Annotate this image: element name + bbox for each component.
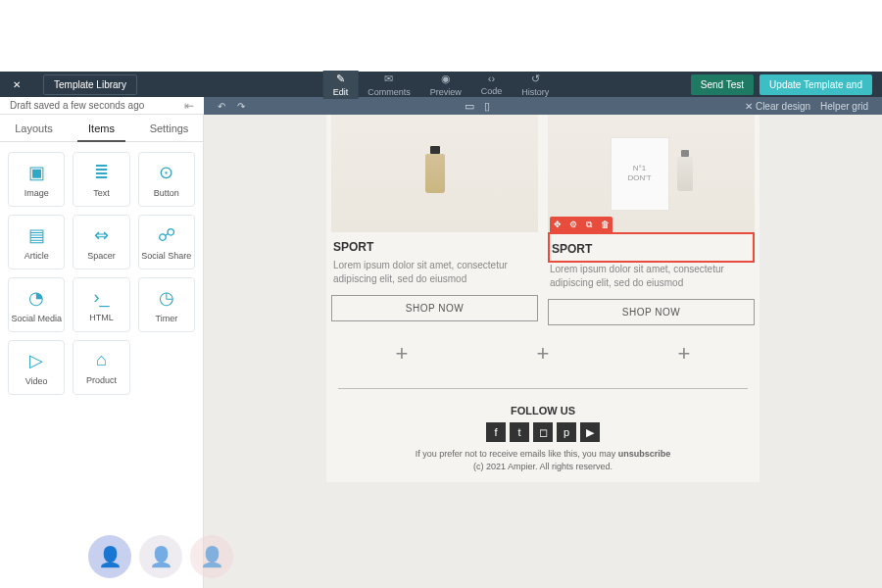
item-text[interactable]: ≣Text xyxy=(73,152,129,207)
product-image: N°1 DON'T xyxy=(548,115,755,232)
eye-icon: ◉ xyxy=(441,73,451,85)
item-spacer[interactable]: ⇔Spacer xyxy=(73,215,129,270)
tab-code[interactable]: ‹›Code xyxy=(471,71,513,99)
copyright-text: (c) 2021 Ampier. All rights reserved. xyxy=(336,461,750,473)
add-block-slot[interactable]: + xyxy=(613,341,755,367)
code-icon: ‹› xyxy=(488,73,495,84)
shop-now-button[interactable]: SHOP NOW xyxy=(331,295,538,321)
item-button[interactable]: ⊙Button xyxy=(138,152,195,207)
unsubscribe-link[interactable]: unsubscribe xyxy=(618,449,671,459)
button-icon: ⊙ xyxy=(159,162,173,183)
avatar[interactable]: 👤 xyxy=(139,535,182,578)
delete-icon[interactable]: 🗑 xyxy=(597,217,612,232)
selection-handles: ✥ ⚙ ⧉ 🗑 xyxy=(550,217,612,232)
facebook-icon[interactable]: f xyxy=(486,422,506,442)
product-description: Lorem ipsum dolor sit amet, consectetur … xyxy=(331,259,538,295)
timer-icon: ◷ xyxy=(159,287,174,309)
product-block-1[interactable]: SPORT Lorem ipsum dolor sit amet, consec… xyxy=(331,115,538,325)
duplicate-icon[interactable]: ⧉ xyxy=(581,217,597,232)
text-icon: ≣ xyxy=(94,162,109,183)
collapse-sidebar-icon[interactable]: ⇤ xyxy=(184,99,194,113)
shop-now-button[interactable]: SHOP NOW xyxy=(548,299,755,325)
pinterest-icon[interactable]: p xyxy=(557,422,576,442)
unsubscribe-text: If you prefer not to receive emails like… xyxy=(336,448,750,461)
instagram-icon[interactable]: ◻ xyxy=(533,422,553,442)
email-footer: FOLLOW US f t ◻ p ▶ If you prefer not to… xyxy=(326,395,760,482)
undo-icon[interactable]: ↶ xyxy=(218,101,225,112)
update-template-button[interactable]: Update Template and xyxy=(760,74,872,95)
mobile-preview-icon[interactable]: ▯ xyxy=(484,100,490,113)
secondary-toolbar: Draft saved a few seconds ago ⇤ ↶ ↷ ▭ ▯ … xyxy=(0,97,882,115)
item-image[interactable]: ▣Image xyxy=(8,152,65,207)
move-icon[interactable]: ✥ xyxy=(550,217,565,232)
settings-icon[interactable]: ⚙ xyxy=(565,217,581,232)
item-product[interactable]: ⌂Product xyxy=(73,340,129,395)
product-icon: ⌂ xyxy=(96,350,107,370)
helper-grid-link[interactable]: Helper grid xyxy=(820,101,868,112)
send-test-button[interactable]: Send Test xyxy=(691,74,754,95)
avatar[interactable]: 👤 xyxy=(190,535,233,578)
tab-comments[interactable]: ✉Comments xyxy=(358,71,420,99)
tab-edit[interactable]: ✎Edit xyxy=(323,71,359,99)
item-social-media[interactable]: ◔Social Media xyxy=(8,277,65,332)
collaborator-avatars: 👤 👤 👤 xyxy=(88,535,233,578)
template-library-button[interactable]: Template Library xyxy=(43,74,137,95)
top-toolbar: ✕ Template Library ✎Edit ✉Comments ◉Prev… xyxy=(0,72,882,97)
desktop-preview-icon[interactable]: ▭ xyxy=(465,100,474,113)
share-icon: ☍ xyxy=(158,224,175,246)
draft-saved-status: Draft saved a few seconds ago xyxy=(10,100,144,111)
item-timer[interactable]: ◷Timer xyxy=(138,277,195,332)
product-image xyxy=(331,115,538,232)
tab-items[interactable]: Items xyxy=(68,115,135,141)
pencil-icon: ✎ xyxy=(336,73,345,85)
item-social-share[interactable]: ☍Social Share xyxy=(138,215,195,270)
editor-canvas[interactable]: SPORT Lorem ipsum dolor sit amet, consec… xyxy=(204,115,882,588)
youtube-icon[interactable]: ▶ xyxy=(580,422,600,442)
close-icon[interactable]: ✕ xyxy=(10,77,24,91)
tab-layouts[interactable]: Layouts xyxy=(0,115,68,141)
divider xyxy=(338,388,748,389)
tab-history[interactable]: ↺History xyxy=(512,71,559,99)
add-block-slot[interactable]: + xyxy=(331,341,472,367)
globe-icon: ◔ xyxy=(28,287,44,309)
item-video[interactable]: ▷Video xyxy=(8,340,65,395)
html-icon: ›_ xyxy=(93,287,109,308)
follow-us-heading: FOLLOW US xyxy=(336,405,750,416)
comment-icon: ✉ xyxy=(384,73,393,85)
sidebar: Layouts Items Settings ▣Image ≣Text ⊙But… xyxy=(0,115,204,588)
product-description: Lorem ipsum dolor sit amet, consectetur … xyxy=(548,263,755,299)
avatar[interactable]: 👤 xyxy=(88,535,131,578)
image-icon: ▣ xyxy=(28,162,45,183)
product-block-2[interactable]: N°1 DON'T ✥ ⚙ ⧉ 🗑 SPORT Lorem ipsum dolo… xyxy=(548,115,755,325)
history-icon: ↺ xyxy=(531,73,540,85)
redo-icon[interactable]: ↷ xyxy=(237,101,245,112)
tab-settings[interactable]: Settings xyxy=(135,115,203,141)
email-body: SPORT Lorem ipsum dolor sit amet, consec… xyxy=(326,115,760,482)
product-title: SPORT xyxy=(331,232,538,259)
article-icon: ▤ xyxy=(28,224,45,246)
spacer-icon: ⇔ xyxy=(94,224,109,246)
add-block-slot[interactable]: + xyxy=(472,341,613,367)
product-title: SPORT xyxy=(550,234,753,261)
item-article[interactable]: ▤Article xyxy=(8,215,65,270)
twitter-icon[interactable]: t xyxy=(510,422,529,442)
video-icon: ▷ xyxy=(29,350,43,371)
clear-design-link[interactable]: ✕ Clear design xyxy=(745,101,810,112)
item-html[interactable]: ›_HTML xyxy=(73,277,129,332)
tab-preview[interactable]: ◉Preview xyxy=(420,71,471,99)
